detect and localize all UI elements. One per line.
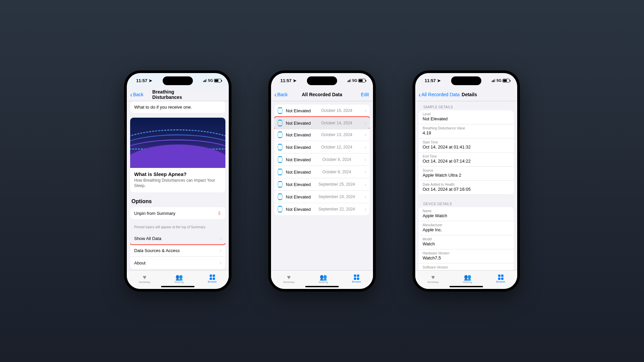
unpin-label: Unpin from Summary bbox=[134, 211, 175, 216]
sample-details-group: LevelNot Elevated Breathing Disturbance … bbox=[419, 110, 514, 195]
grid-icon bbox=[210, 275, 215, 280]
tab-summary[interactable]: ♥Summary bbox=[283, 274, 294, 284]
tab-label: Browse bbox=[352, 280, 361, 283]
tab-label: Sharing bbox=[319, 281, 328, 284]
detail-label: Model bbox=[423, 237, 510, 241]
tab-sharing[interactable]: 👥Sharing bbox=[319, 274, 328, 284]
tab-summary[interactable]: ♥Summary bbox=[427, 274, 439, 284]
unpin-row[interactable]: Unpin from Summary⇩ bbox=[130, 207, 225, 219]
data-row[interactable]: Not ElevatedOctober 9, 2024› bbox=[274, 154, 370, 166]
detail-end: End TimeOct 14, 2024 at 07:14:22 bbox=[419, 153, 514, 167]
tab-label: Summary bbox=[427, 281, 439, 284]
tab-sharing[interactable]: 👥Sharing bbox=[174, 274, 184, 284]
grid-icon bbox=[498, 275, 503, 280]
data-sources-row[interactable]: Data Sources & Access› bbox=[130, 244, 225, 257]
detail-value: Watch bbox=[423, 241, 510, 246]
signal-icon bbox=[492, 79, 495, 82]
recorded-data-list: Not ElevatedOctober 15, 2024› Not Elevat… bbox=[274, 105, 370, 215]
data-row[interactable]: Not ElevatedOctober 13, 2024› bbox=[274, 129, 370, 141]
row-date: September 24, 2024 bbox=[319, 194, 355, 199]
device-details-group: NameApple Watch ManufacturerApple Inc. M… bbox=[419, 207, 514, 270]
chevron-right-icon: › bbox=[365, 132, 366, 137]
data-row[interactable]: Not ElevatedOctober 12, 2024› bbox=[274, 141, 370, 154]
home-indicator[interactable] bbox=[161, 286, 195, 287]
data-row[interactable]: Not ElevatedSeptember 24, 2024› bbox=[274, 191, 370, 203]
detail-label: Date Added to Health bbox=[423, 183, 510, 186]
options-header: Options bbox=[130, 197, 225, 207]
tab-sharing[interactable]: 👥Sharing bbox=[463, 274, 472, 284]
article-image bbox=[130, 118, 225, 168]
back-button[interactable]: ‹Back bbox=[274, 91, 288, 98]
back-label: Back bbox=[277, 92, 288, 97]
heart-icon: ♥ bbox=[287, 274, 291, 280]
back-button[interactable]: ‹All Recorded Data bbox=[419, 91, 460, 98]
detail-value: Oct 14, 2024 at 07:16:05 bbox=[423, 187, 510, 192]
edit-button[interactable]: Edit bbox=[361, 92, 369, 97]
device-details-header: DEVICE DETAILS bbox=[419, 198, 514, 207]
detail-date-added: Date Added to HealthOct 14, 2024 at 07:1… bbox=[419, 181, 514, 195]
about-row[interactable]: About› bbox=[130, 257, 225, 269]
data-row[interactable]: Not ElevatedOctober 8, 2024› bbox=[274, 166, 370, 178]
grid-icon bbox=[354, 275, 359, 280]
chevron-right-icon: › bbox=[220, 260, 221, 265]
people-icon: 👥 bbox=[175, 274, 183, 280]
data-row-highlighted[interactable]: Not ElevatedOctober 14, 2024› bbox=[274, 116, 370, 129]
article-subtitle: How Breathing Disturbances can Impact Yo… bbox=[130, 178, 225, 192]
row-status: Not Elevated bbox=[286, 170, 311, 175]
back-label: Back bbox=[133, 92, 144, 97]
detail-label: Manufacturer bbox=[423, 223, 510, 227]
tab-browse[interactable]: Browse bbox=[352, 275, 361, 283]
heart-icon: ♥ bbox=[431, 274, 435, 280]
detail-label: Hardware Version bbox=[423, 251, 510, 255]
detail-value: Oct 14, 2024 at 07:14:22 bbox=[423, 159, 510, 164]
tab-browse[interactable]: Browse bbox=[496, 275, 505, 283]
article-card[interactable]: What is Sleep Apnea? How Breathing Distu… bbox=[130, 118, 225, 192]
row-date: October 8, 2024 bbox=[322, 170, 351, 174]
home-indicator[interactable] bbox=[305, 286, 339, 287]
unpin-icon: ⇩ bbox=[217, 210, 221, 216]
chevron-right-icon: › bbox=[365, 144, 366, 150]
data-row[interactable]: Not ElevatedSeptember 22, 2024› bbox=[274, 203, 370, 215]
detail-model: ModelWatch bbox=[419, 235, 514, 249]
detail-label: Breathing Disturbance Value bbox=[423, 126, 510, 130]
page-title: Details bbox=[462, 92, 477, 97]
show-all-data-row[interactable]: Show All Data› bbox=[130, 232, 225, 245]
chevron-right-icon: › bbox=[365, 169, 366, 175]
watch-icon bbox=[278, 169, 282, 175]
detail-label: Name bbox=[423, 209, 510, 213]
chevron-left-icon: ‹ bbox=[130, 91, 132, 98]
row-status: Not Elevated bbox=[286, 132, 311, 137]
people-icon: 👥 bbox=[464, 274, 471, 280]
signal-icon bbox=[203, 79, 207, 82]
detail-start: Start TimeOct 14, 2024 at 01:41:32 bbox=[419, 138, 514, 153]
detail-value: Apple Watch bbox=[423, 213, 510, 218]
chevron-right-icon: › bbox=[365, 120, 366, 126]
page-title: All Recorded Data bbox=[302, 92, 342, 97]
detail-name: NameApple Watch bbox=[419, 207, 514, 221]
status-time: 11:57 bbox=[136, 78, 147, 83]
tab-browse[interactable]: Browse bbox=[208, 275, 217, 283]
detail-source: SourceApple Watch Ultra 2 bbox=[419, 167, 514, 181]
battery-icon bbox=[214, 79, 221, 82]
detail-value: Apple Watch Ultra 2 bbox=[423, 173, 510, 178]
phone-breathing-disturbances: 11:57➤ 5G ‹Back Breathing Disturbances W… bbox=[124, 70, 231, 292]
detail-value: Watch7,5 bbox=[423, 255, 510, 260]
heart-icon: ♥ bbox=[143, 274, 147, 280]
phone-all-recorded-data: 11:57➤ 5G ‹Back All Recorded Data Edit N… bbox=[268, 70, 376, 292]
row-status: Not Elevated bbox=[286, 121, 311, 126]
row-date: October 13, 2024 bbox=[321, 132, 353, 137]
network-label: 5G bbox=[496, 78, 501, 82]
tab-summary[interactable]: ♥Summary bbox=[139, 274, 150, 284]
data-row[interactable]: Not ElevatedSeptember 25, 2024› bbox=[274, 178, 370, 191]
nav-bar: ‹All Recorded Data Details bbox=[415, 88, 517, 101]
page-title: Breathing Disturbances bbox=[152, 89, 203, 100]
row-status: Not Elevated bbox=[286, 194, 311, 199]
row-status: Not Elevated bbox=[286, 108, 311, 113]
data-row[interactable]: Not ElevatedOctober 15, 2024› bbox=[274, 105, 370, 117]
back-button[interactable]: ‹Back bbox=[130, 91, 144, 98]
chevron-right-icon: › bbox=[365, 206, 366, 212]
chevron-left-icon: ‹ bbox=[274, 91, 277, 98]
row-status: Not Elevated bbox=[286, 207, 311, 212]
row-date: October 14, 2024 bbox=[321, 121, 353, 125]
home-indicator[interactable] bbox=[449, 286, 483, 287]
